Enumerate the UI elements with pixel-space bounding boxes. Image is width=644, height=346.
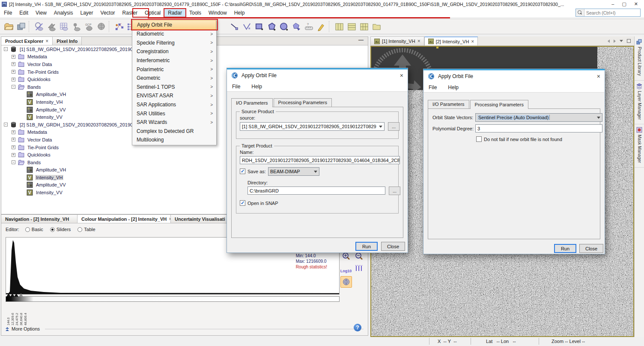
menu-layer[interactable]: Layer — [77, 9, 97, 17]
slider-handle[interactable] — [19, 293, 23, 297]
radar-menu-item-sar-utilities[interactable]: SAR Utilities> — [132, 109, 216, 118]
evenly-distribute-icon[interactable] — [353, 263, 364, 273]
tree-expander-icon[interactable]: + — [12, 62, 15, 66]
dialog-menu-file[interactable]: File — [429, 84, 437, 90]
help-icon[interactable]: ? — [354, 324, 361, 331]
tab-layer-manager[interactable]: Layer Manager — [635, 81, 644, 124]
tab-processing-parameters[interactable]: Processing Parameters — [470, 100, 528, 109]
tab-list-icon[interactable] — [620, 40, 623, 42]
dialog-titlebar[interactable]: Apply Orbit File × — [423, 70, 605, 82]
tree-expander-icon[interactable]: - — [12, 85, 15, 89]
toolbar-world-map-icon[interactable] — [95, 21, 107, 33]
menu-help[interactable]: Help — [231, 9, 248, 17]
tree-expander-icon[interactable]: + — [12, 145, 15, 149]
editor-radio-table[interactable]: Table — [78, 227, 95, 232]
dialog-menu-help[interactable]: Help — [448, 84, 459, 90]
close-icon[interactable]: × — [417, 38, 420, 44]
dialog-titlebar[interactable]: Apply Orbit File × — [227, 69, 408, 81]
radar-menu-item-envisat-asar[interactable]: ENVISAT ASAR> — [132, 91, 216, 100]
palette-icon[interactable] — [340, 276, 352, 288]
toolbar-open-product-icon[interactable] — [3, 21, 15, 33]
radar-menu-item-sentinel-1-tops[interactable]: Sentinel-1 TOPS> — [132, 83, 216, 92]
minimize-panel-icon[interactable]: — — [354, 37, 368, 45]
radar-menu-item-interferometric[interactable]: Interferometric> — [132, 56, 216, 65]
orbit-state-vectors-combobox[interactable]: Sentinel Precise (Auto Download) — [475, 113, 602, 122]
menu-optical[interactable]: Optical — [141, 9, 164, 17]
prev-tab-icon[interactable] — [608, 39, 610, 43]
radar-menu-item-coregistration[interactable]: Coregistration> — [132, 47, 216, 56]
toolbar-tile-horizontally-icon[interactable] — [334, 21, 345, 33]
do-not-fail-checkbox[interactable] — [476, 136, 482, 142]
close-icon[interactable]: × — [471, 39, 474, 45]
editor-radio-basic[interactable]: Basic — [25, 227, 43, 232]
tree-expander-icon[interactable]: - — [4, 47, 8, 51]
close-icon[interactable]: × — [400, 72, 403, 79]
tree-expander-icon[interactable]: + — [12, 153, 15, 157]
menu-raster[interactable]: Raster — [119, 9, 141, 17]
search-input[interactable] — [584, 10, 644, 15]
image-tab-2[interactable]: [2] Intensity_VH × — [424, 36, 478, 45]
menu-vector[interactable]: Vector — [97, 9, 119, 17]
radar-menu-item-radiometric[interactable]: Radiometric> — [132, 30, 216, 39]
radar-menu-item-complex-to-detected-gr[interactable]: Complex to Detected GR — [132, 127, 216, 136]
toolbar-polyline-tool-icon[interactable] — [241, 21, 253, 33]
tab-mask-manager[interactable]: Mask Manager — [635, 124, 644, 168]
slider-handle[interactable] — [14, 293, 18, 297]
tab-io-parameters[interactable]: I/O Parameters — [428, 100, 469, 108]
polynomial-degree-input[interactable]: 3 — [475, 124, 602, 132]
log10-icon[interactable]: Log10 — [340, 266, 352, 276]
toolbar-pen-tool-icon[interactable] — [316, 21, 327, 33]
tree-expander-icon[interactable]: - — [4, 123, 8, 126]
toolbar-graph-icon[interactable] — [113, 21, 125, 33]
close-icon[interactable]: × — [45, 38, 48, 44]
toolbar-tile-vertically-icon[interactable] — [346, 21, 358, 33]
tab-pixel-info[interactable]: Pixel Info — [53, 37, 82, 45]
directory-input[interactable]: C:\brasil\GRD — [247, 187, 385, 195]
toolbar-rectangle-tool-icon[interactable] — [253, 21, 265, 33]
toolbar-wkt-import-icon[interactable] — [291, 21, 302, 33]
run-button[interactable]: Run — [554, 244, 576, 253]
tree-expander-icon[interactable]: - — [12, 160, 15, 164]
source-browse-button[interactable]: ... — [388, 122, 400, 131]
toolbar-save-product-icon[interactable] — [15, 21, 27, 33]
tab-product-library[interactable]: Product Library — [635, 36, 644, 81]
tree-expander-icon[interactable]: + — [12, 130, 15, 134]
toolbar-placemark-icon[interactable] — [71, 21, 82, 33]
save-as-checkbox[interactable]: ✓ — [240, 168, 245, 174]
maximize-button[interactable]: ▢ — [622, 1, 626, 7]
editor-radio-sliders[interactable]: Sliders — [50, 227, 71, 232]
close-button[interactable]: Close — [579, 244, 603, 253]
dialog-menu-file[interactable]: File — [232, 84, 240, 90]
format-combobox[interactable]: BEAM-DIMAP — [268, 167, 319, 176]
menu-edit[interactable]: Edit — [16, 9, 32, 17]
radar-menu-item-sar-applications[interactable]: SAR Applications> — [132, 100, 216, 109]
toolbar-tiepoint-grid-icon[interactable] — [58, 21, 70, 33]
menu-tools[interactable]: Tools — [186, 9, 205, 17]
close-icon[interactable]: × — [597, 73, 600, 80]
image-tab-1[interactable]: [1] Intensity_VH × — [370, 36, 424, 45]
dialog-menu-help[interactable]: Help — [251, 84, 262, 90]
tab-product-explorer[interactable]: Product Explorer × — [1, 37, 53, 45]
tab-navigation[interactable]: Navigation - [2] Intensity_VH — [1, 215, 78, 223]
toolbar-ellipse-tool-icon[interactable] — [278, 21, 290, 33]
run-button[interactable]: Run — [355, 242, 378, 251]
toolbar-polygon-tool-icon[interactable] — [266, 21, 277, 33]
tree-expander-icon[interactable]: + — [12, 70, 15, 74]
open-in-snap-checkbox[interactable]: ✓ — [240, 200, 245, 206]
radar-menu-item-geometric[interactable]: Geometric> — [132, 74, 216, 83]
toolbar-gcp-icon[interactable]: GCP — [83, 21, 95, 33]
radar-menu-item-multilooking[interactable]: Multilooking — [132, 135, 216, 144]
radar-menu-item-speckle-filtering[interactable]: Speckle Filtering> — [132, 39, 216, 48]
menu-window[interactable]: Window — [205, 9, 230, 17]
toolbar-measure-tool-icon[interactable]: ? — [303, 21, 315, 33]
close-button[interactable]: ✕ — [634, 1, 638, 7]
toolbar-line-tool-icon[interactable] — [229, 21, 240, 33]
menu-view[interactable]: View — [32, 9, 50, 17]
target-name-input[interactable]: RDH_1SDV_20190122T082905_20190122T082930… — [240, 156, 400, 164]
more-options-label[interactable]: More Options — [12, 326, 40, 331]
tab-colour-manipulation[interactable]: Colour Manipulation - [2] Intensity_VH × — [78, 215, 171, 223]
tree-expander-icon[interactable]: + — [12, 138, 15, 141]
tab-uncertainty-visualisation[interactable]: Uncertainty Visualisati — [171, 215, 229, 223]
close-button[interactable]: Close — [381, 242, 405, 251]
toolbar-tile-grid-icon[interactable] — [358, 21, 370, 33]
